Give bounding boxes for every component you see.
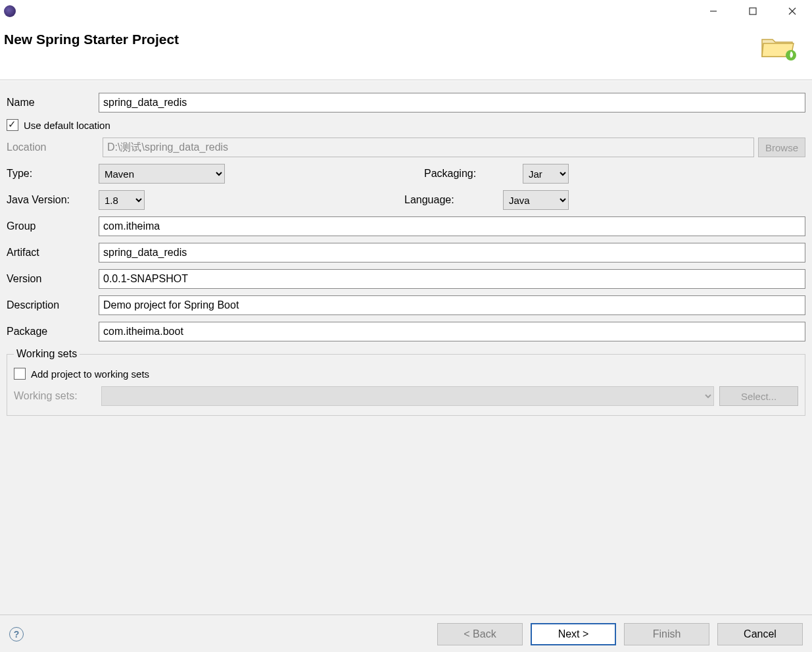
java-version-select[interactable]: 1.8 (99, 190, 145, 210)
label-name: Name (7, 97, 99, 109)
type-select[interactable]: Maven (99, 164, 225, 184)
language-select[interactable]: Java (503, 190, 569, 210)
artifact-input[interactable] (99, 243, 805, 263)
form-area: Name Use default location Location Brows… (0, 80, 812, 614)
label-package: Package (7, 326, 99, 338)
label-artifact: Artifact (7, 247, 99, 259)
close-button[interactable] (773, 0, 812, 22)
working-sets-legend: Working sets (14, 348, 80, 360)
working-sets-label: Working sets: (14, 390, 96, 402)
working-sets-select (101, 386, 714, 406)
label-java-version: Java Version: (7, 194, 99, 206)
spring-folder-icon (759, 32, 796, 63)
working-sets-fieldset: Working sets Add project to working sets… (7, 348, 805, 416)
package-input[interactable] (99, 322, 805, 341)
finish-button: Finish (624, 623, 709, 645)
version-input[interactable] (99, 269, 805, 289)
eclipse-icon (4, 5, 16, 17)
add-to-working-sets-checkbox[interactable] (14, 368, 26, 380)
page-title: New Spring Starter Project (4, 32, 179, 47)
wizard-header: New Spring Starter Project (0, 22, 812, 80)
window-titlebar (0, 0, 812, 22)
packaging-select[interactable]: Jar (523, 164, 569, 184)
use-default-location-label: Use default location (24, 120, 110, 131)
svg-rect-1 (750, 8, 756, 14)
next-button[interactable]: Next > (531, 623, 616, 645)
label-description: Description (7, 299, 99, 311)
label-type: Type: (7, 168, 99, 180)
browse-button: Browse (758, 138, 805, 157)
name-input[interactable] (99, 93, 805, 113)
label-packaging: Packaging: (424, 168, 523, 180)
add-to-working-sets-label: Add project to working sets (31, 368, 149, 380)
back-button: < Back (437, 623, 523, 645)
help-icon[interactable]: ? (9, 627, 24, 641)
description-input[interactable] (99, 295, 805, 315)
label-group: Group (7, 220, 99, 232)
minimize-button[interactable] (694, 0, 733, 22)
label-location: Location (7, 141, 99, 153)
label-language: Language: (404, 194, 503, 206)
working-sets-select-button: Select... (719, 386, 798, 406)
location-input (103, 138, 754, 157)
group-input[interactable] (99, 216, 805, 236)
label-version: Version (7, 273, 99, 285)
cancel-button[interactable]: Cancel (717, 623, 803, 645)
maximize-button[interactable] (733, 0, 773, 22)
use-default-location-checkbox[interactable] (7, 119, 18, 131)
wizard-buttons: ? < Back Next > Finish Cancel (0, 614, 812, 652)
